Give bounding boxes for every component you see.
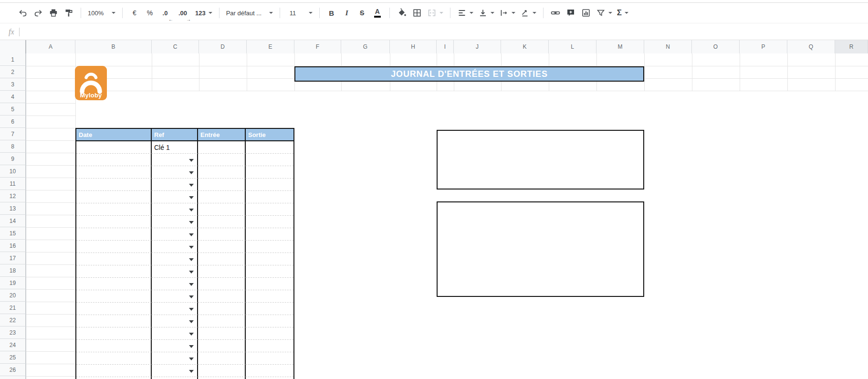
cell-date-row15[interactable] bbox=[76, 228, 152, 241]
column-header-F[interactable]: F bbox=[294, 40, 341, 53]
cell-ref-row13[interactable] bbox=[152, 203, 198, 216]
column-header-Q[interactable]: Q bbox=[787, 40, 835, 53]
insert-comment-button[interactable] bbox=[565, 5, 577, 21]
zoom-control[interactable]: 100% bbox=[87, 5, 116, 21]
row-header-14[interactable]: 14 bbox=[0, 215, 26, 227]
cell-date-row13[interactable] bbox=[76, 203, 152, 216]
cell-date-row16[interactable] bbox=[76, 241, 152, 253]
table-header-sortie[interactable]: Sortie bbox=[246, 129, 293, 140]
cell-ref-row27[interactable] bbox=[152, 377, 198, 379]
font-family-select[interactable]: Par défaut ... bbox=[225, 5, 274, 21]
column-header-A[interactable]: A bbox=[26, 40, 75, 53]
table-header-entree[interactable]: Entrée bbox=[198, 129, 246, 140]
cell-sortie-row18[interactable] bbox=[246, 265, 293, 278]
cell-entree-row18[interactable] bbox=[198, 265, 246, 278]
dropdown-arrow-icon[interactable] bbox=[189, 221, 194, 224]
filter-button[interactable] bbox=[595, 5, 613, 21]
merge-cells-button[interactable] bbox=[426, 5, 444, 21]
cell-entree-row21[interactable] bbox=[198, 303, 246, 315]
cell-sortie-row13[interactable] bbox=[246, 203, 293, 216]
cell-sortie-row27[interactable] bbox=[246, 377, 293, 379]
cell-ref-row15[interactable] bbox=[152, 228, 198, 241]
table-header-ref[interactable]: Ref bbox=[152, 129, 198, 140]
cell-date-row17[interactable] bbox=[76, 253, 152, 265]
strikethrough-button[interactable]: S bbox=[356, 5, 368, 21]
increase-decimal-button[interactable]: .00 → bbox=[177, 5, 189, 21]
row-header-24[interactable]: 24 bbox=[0, 339, 26, 351]
row-header-13[interactable]: 13 bbox=[0, 202, 26, 215]
row-header-21[interactable]: 21 bbox=[0, 302, 26, 314]
column-header-R[interactable]: R bbox=[835, 40, 868, 53]
row-header-7[interactable]: 7 bbox=[0, 128, 26, 140]
cell-sortie-row26[interactable] bbox=[246, 365, 293, 377]
cell-date-row9[interactable] bbox=[76, 154, 152, 166]
column-header-D[interactable]: D bbox=[199, 40, 247, 53]
cell-date-row26[interactable] bbox=[76, 365, 152, 377]
column-header-G[interactable]: G bbox=[341, 40, 390, 53]
cell-sortie-row25[interactable] bbox=[246, 352, 293, 365]
cell-date-row11[interactable] bbox=[76, 179, 152, 191]
row-header-1[interactable]: 1 bbox=[0, 53, 26, 66]
title-banner-cell[interactable]: JOURNAL D'ENTRÉES ET SORTIES bbox=[294, 66, 644, 82]
cell-sortie-row22[interactable] bbox=[246, 315, 293, 327]
cell-ref-row12[interactable] bbox=[152, 191, 198, 203]
cell-ref-row21[interactable] bbox=[152, 303, 198, 315]
undo-button[interactable] bbox=[17, 5, 29, 21]
row-header-25[interactable]: 25 bbox=[0, 351, 26, 364]
cell-sortie-row16[interactable] bbox=[246, 241, 293, 253]
dropdown-arrow-icon[interactable] bbox=[189, 196, 194, 199]
column-header-O[interactable]: O bbox=[692, 40, 740, 53]
cell-ref-row16[interactable] bbox=[152, 241, 198, 253]
row-header-23[interactable]: 23 bbox=[0, 326, 26, 339]
cell-entree-row10[interactable] bbox=[198, 166, 246, 179]
cell-entree-row23[interactable] bbox=[198, 327, 246, 340]
cell-entree-row26[interactable] bbox=[198, 365, 246, 377]
redo-button[interactable] bbox=[32, 5, 44, 21]
dropdown-arrow-icon[interactable] bbox=[189, 345, 194, 348]
cell-date-row21[interactable] bbox=[76, 303, 152, 315]
cell-sortie-row20[interactable] bbox=[246, 290, 293, 303]
cell-ref-row22[interactable] bbox=[152, 315, 198, 327]
cell-ref-row17[interactable] bbox=[152, 253, 198, 265]
cell-ref-row19[interactable] bbox=[152, 278, 198, 290]
row-header-3[interactable]: 3 bbox=[0, 78, 26, 91]
cell-sortie-row21[interactable] bbox=[246, 303, 293, 315]
dropdown-arrow-icon[interactable] bbox=[189, 358, 194, 360]
cell-sortie-row12[interactable] bbox=[246, 191, 293, 203]
cell-date-row24[interactable] bbox=[76, 340, 152, 352]
column-header-C[interactable]: C bbox=[152, 40, 199, 53]
fill-color-button[interactable] bbox=[396, 5, 408, 21]
format-percent-button[interactable]: % bbox=[144, 5, 156, 21]
cell-entree-row12[interactable] bbox=[198, 191, 246, 203]
decrease-decimal-button[interactable]: .0 ← bbox=[159, 5, 171, 21]
cell-sortie-row24[interactable] bbox=[246, 340, 293, 352]
cell-entree-row19[interactable] bbox=[198, 278, 246, 290]
select-all-corner[interactable] bbox=[0, 40, 26, 53]
vertical-align-button[interactable] bbox=[477, 5, 495, 21]
cell-sortie-row14[interactable] bbox=[246, 216, 293, 228]
row-header-5[interactable]: 5 bbox=[0, 103, 26, 116]
cell-ref-row18[interactable] bbox=[152, 265, 198, 278]
dropdown-arrow-icon[interactable] bbox=[189, 271, 194, 274]
row-header-15[interactable]: 15 bbox=[0, 227, 26, 240]
column-header-K[interactable]: K bbox=[501, 40, 549, 53]
cell-date-row27[interactable] bbox=[76, 377, 152, 379]
row-header-2[interactable]: 2 bbox=[0, 66, 26, 78]
italic-button[interactable]: I bbox=[341, 5, 353, 21]
dropdown-arrow-icon[interactable] bbox=[189, 184, 194, 187]
row-header-22[interactable]: 22 bbox=[0, 314, 26, 326]
cell-entree-row11[interactable] bbox=[198, 179, 246, 191]
cell-ref-row26[interactable] bbox=[152, 365, 198, 377]
cell-sortie-row19[interactable] bbox=[246, 278, 293, 290]
cell-entree-row25[interactable] bbox=[198, 352, 246, 365]
row-header-26[interactable]: 26 bbox=[0, 364, 26, 376]
drawing-box-2[interactable] bbox=[437, 201, 644, 297]
dropdown-arrow-icon[interactable] bbox=[189, 246, 194, 249]
column-header-M[interactable]: M bbox=[596, 40, 644, 53]
cell-date-row8[interactable] bbox=[76, 141, 152, 154]
row-header-11[interactable]: 11 bbox=[0, 178, 26, 190]
cell-entree-row8[interactable] bbox=[198, 141, 246, 154]
cell-sortie-row9[interactable] bbox=[246, 154, 293, 166]
row-header-12[interactable]: 12 bbox=[0, 190, 26, 202]
cell-entree-row24[interactable] bbox=[198, 340, 246, 352]
